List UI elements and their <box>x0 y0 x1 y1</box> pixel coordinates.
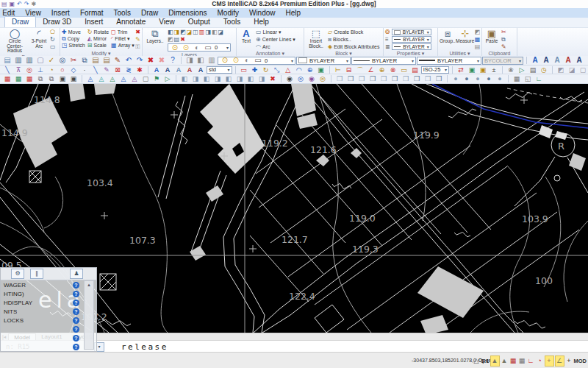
modify-toolbar-icon[interactable]: ▭ <box>239 66 249 74</box>
status-toggle-icon[interactable]: ∠ <box>555 355 564 367</box>
group-button[interactable]: ⧈ Group.. <box>440 29 456 44</box>
lineweight-property-dropdown[interactable]: BYLAYER▾ <box>392 43 431 50</box>
edit-block-attributes-button[interactable]: ◈Edit Block Attributes <box>328 43 379 50</box>
settings-tool-icon[interactable]: ▷ <box>517 66 527 74</box>
layer-toolbar-icon[interactable]: ▥ <box>207 56 217 65</box>
block-tool-icon[interactable]: ⧉ <box>35 74 46 83</box>
layer-toolbar-icon[interactable]: ◧ <box>196 56 206 65</box>
entity-snap-icon[interactable]: ✱ <box>135 66 145 74</box>
create-block-button[interactable]: ▱Create Block <box>328 29 379 35</box>
render-style-icon[interactable]: ● <box>484 74 494 83</box>
draw-tool-icon[interactable]: ⬠ <box>50 29 56 35</box>
user-icon[interactable]: ♟ <box>70 269 83 279</box>
delete-layer-icon[interactable]: ✖ <box>268 74 278 83</box>
ribbon-tab-help[interactable]: Help <box>247 17 276 27</box>
layer-tool-icon[interactable]: ▤ <box>174 36 180 43</box>
block-tool-icon[interactable]: ▦ <box>2 74 12 83</box>
layer-tool-icon[interactable]: ◩ <box>168 36 173 43</box>
text-tool-icon[interactable]: A <box>162 66 173 74</box>
modify-extra-icon[interactable]: ✎ <box>135 36 140 43</box>
modify-toolbar-icon[interactable]: ⊕ <box>305 66 315 74</box>
layers-button[interactable]: ⧉ Layers.. <box>144 29 166 44</box>
modify-toolbar-icon[interactable]: ⤡ <box>272 66 282 74</box>
layer-tool-icon[interactable]: ◨ <box>174 29 180 35</box>
layer-tool-icon[interactable]: ▥ <box>199 29 205 35</box>
utilities-tool-icon[interactable]: ▤ <box>475 43 481 50</box>
status-toggle-icon[interactable]: ▲ <box>501 356 509 366</box>
lineweight-dropdown[interactable]: BYLAYER ▾ <box>417 57 481 65</box>
mirror-button[interactable]: ◭Mirror <box>87 35 109 42</box>
properties-tool-icon[interactable]: ❂ <box>385 29 390 35</box>
layer-tool-icon[interactable]: ◫ <box>193 29 198 35</box>
text-tool-icon[interactable]: A <box>184 66 195 74</box>
visual-style-icon[interactable]: ❒ <box>368 74 378 83</box>
linetype-property-dropdown[interactable]: BYLAYER▾ <box>392 36 431 43</box>
suggestion-list-item[interactable]: WAGER ? <box>1 280 96 289</box>
view-control-icon[interactable]: ◬ <box>85 74 96 83</box>
ribbon-tab-output[interactable]: Output <box>182 17 217 27</box>
render-style-icon[interactable]: ● <box>495 74 505 83</box>
clipboard-panel-label[interactable]: Clipboard <box>482 50 517 56</box>
circle-center-radius-button[interactable]: ◯ Circle Center-Radius <box>1 29 28 54</box>
dimension-toolbar-icon[interactable]: ⊗ <box>388 66 398 74</box>
layer-state-tool-icon[interactable]: ◧ <box>245 74 256 83</box>
view-control-icon[interactable]: ◬ <box>118 74 129 83</box>
block-tool-icon[interactable]: ⧉ <box>46 74 57 83</box>
suggestion-list-item[interactable]: ? <box>1 333 96 342</box>
standard-toolbar-icon[interactable]: ✓ <box>46 56 57 65</box>
color-dropdown[interactable]: BYLAYER ▾ <box>296 57 351 65</box>
status-toggle-icon[interactable]: ◔ <box>536 356 544 366</box>
layer-state-tool-icon[interactable]: ◧ <box>179 74 190 83</box>
clipboard-tool-icon[interactable]: ✎ <box>501 43 506 50</box>
settings-tool-icon[interactable]: ◷ <box>539 66 549 74</box>
misc-tool-icon[interactable]: ⚑ <box>151 74 162 83</box>
linetype-dropdown[interactable]: BYLAYER ▾ <box>351 57 416 65</box>
status-toggle-icon[interactable]: ∟ <box>527 356 535 366</box>
misc-tool-icon[interactable]: ▢ <box>140 74 151 83</box>
scroll-up-icon[interactable]: ▴ <box>85 281 93 289</box>
properties-tool-icon[interactable]: ≡ <box>385 36 390 43</box>
text-style-icon[interactable]: A <box>552 56 562 65</box>
standard-toolbar-icon[interactable]: ▥ <box>24 56 35 65</box>
visual-style-icon[interactable]: ❒ <box>345 74 356 83</box>
modify-panel-label[interactable]: Modify ▾ <box>60 50 142 56</box>
block-tool-icon[interactable]: ▦ <box>24 74 35 83</box>
standard-toolbar-icon[interactable]: ? <box>168 56 178 65</box>
visual-style-icon[interactable]: ❒ <box>334 74 345 83</box>
block-tool-icon[interactable]: ▣ <box>68 74 79 83</box>
render-style-icon[interactable]: ● <box>451 74 461 83</box>
visual-style-icon[interactable]: ❒ <box>401 74 411 83</box>
view-tool-icon[interactable]: ▢ <box>578 66 588 74</box>
standard-toolbar-icon[interactable]: ▥ <box>13 56 24 65</box>
visual-style-icon[interactable]: ❒ <box>423 74 433 83</box>
layer-toolbar-icon[interactable]: ◨ <box>184 56 195 65</box>
render-style-icon[interactable]: ● <box>462 74 472 83</box>
view-control-icon[interactable]: ◬ <box>107 74 118 83</box>
workspace-mode-label[interactable]: MOD <box>574 356 587 366</box>
status-toggle-icon[interactable]: + <box>545 355 554 367</box>
status-toggle-icon[interactable]: △ <box>473 356 481 366</box>
move-button[interactable]: ✚Move <box>62 29 85 35</box>
layer-state-tool-icon[interactable]: ◧ <box>223 74 234 83</box>
modify-toolbar-icon[interactable]: △ <box>283 66 293 74</box>
modify-extra-icon[interactable]: ⚿ <box>135 43 140 50</box>
layer-state-tool-icon[interactable]: ◨ <box>257 74 267 83</box>
suggestion-list-item[interactable]: HDISPLAY ? <box>1 298 96 307</box>
paste-button[interactable]: ▣ Paste <box>484 29 500 44</box>
blocks--button[interactable]: ⧈Blocks.. <box>328 36 379 43</box>
dim-edit-icon[interactable]: ▣ <box>478 66 488 74</box>
entity-snap-icon[interactable]: ✎ <box>101 66 112 74</box>
rotate-button[interactable]: ↻Rotate <box>87 29 109 35</box>
status-toggle-icon[interactable]: 1:1 <box>481 356 490 366</box>
status-toggle-icon[interactable]: ▦ <box>509 356 517 366</box>
visibility-tool-icon[interactable]: ◉ <box>306 74 317 83</box>
text-style-icon[interactable]: A <box>574 56 584 65</box>
settings-tool-icon[interactable]: ❀ <box>506 66 516 74</box>
ribbon-tab-tools[interactable]: Tools <box>217 17 247 27</box>
standard-toolbar-icon[interactable]: ▢ <box>35 56 46 65</box>
suggestion-list-item[interactable]: HTING) ? <box>1 289 96 298</box>
standard-toolbar-icon[interactable]: ▤ <box>101 56 112 65</box>
insert-block-button[interactable]: ⬚ Insert Block.. <box>306 29 326 49</box>
standard-toolbar-icon[interactable]: ✂ <box>68 56 79 65</box>
modify-toolbar-icon[interactable]: ◠ <box>294 66 304 74</box>
